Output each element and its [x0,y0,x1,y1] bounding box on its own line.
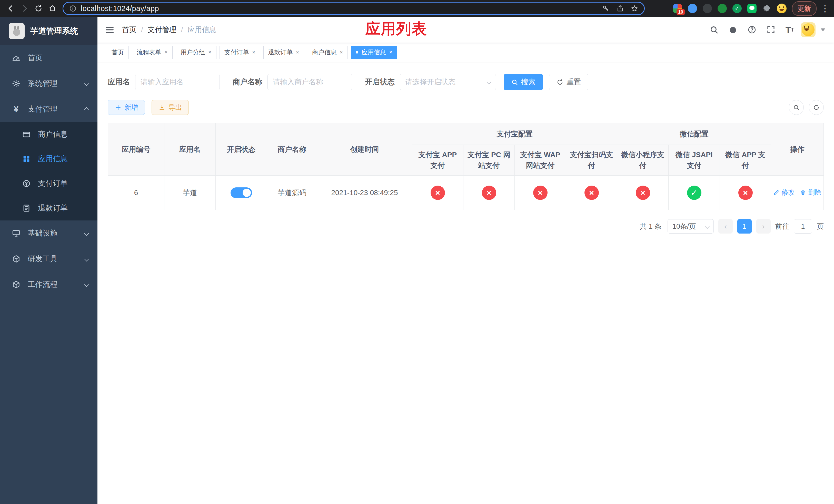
close-icon[interactable]: × [389,49,392,55]
search-button[interactable]: 搜索 [504,74,543,90]
forward-icon[interactable] [19,2,31,15]
goto-page-input[interactable] [794,219,812,233]
extension-colorful-icon[interactable]: 10 [672,3,683,14]
sidebar-item-label: 工作流程 [28,279,58,290]
cell-created: 2021-10-23 08:49:25 [317,176,412,210]
extension-green-icon[interactable] [717,3,728,14]
refresh-icon[interactable] [32,2,45,15]
prev-page-button[interactable]: ‹ [718,219,733,233]
search-button-label: 搜索 [521,77,535,87]
tab-app-info[interactable]: 应用信息 × [351,46,397,59]
fullscreen-icon[interactable] [763,17,779,43]
merchant-name-label: 商户名称 [233,77,262,87]
browser-chrome: localhost:1024/pay/app 10 ✓ 更新 ⋮ [0,0,834,17]
font-size-icon[interactable]: TT [782,17,798,43]
close-icon[interactable]: × [339,49,343,55]
extensions-puzzle-icon[interactable] [761,3,772,14]
hamburger-icon[interactable] [97,17,122,43]
close-icon[interactable]: × [296,49,299,55]
page-size-select[interactable]: 10条/页 [667,219,714,233]
help-icon[interactable] [744,17,760,43]
password-key-icon[interactable] [602,5,610,12]
x-icon: × [585,186,599,200]
sidebar-item-pay-orders[interactable]: 支付订单 [0,171,97,196]
app-name-input[interactable] [135,74,220,90]
extension-badge: 10 [677,9,685,15]
breadcrumb-payment[interactable]: 支付管理 [148,25,176,35]
extension-check-icon[interactable]: ✓ [731,3,743,14]
sidebar-item-refund-orders[interactable]: 退款订单 [0,196,97,221]
next-page-button[interactable]: › [756,219,771,233]
chrome-update-button[interactable]: 更新 [792,1,816,16]
address-bar[interactable]: localhost:1024/pay/app [63,2,645,15]
user-avatar[interactable] [801,22,815,37]
extension-blue-icon[interactable] [687,3,698,14]
delete-link-label: 删除 [808,188,821,197]
add-button[interactable]: 新增 [108,100,145,115]
github-icon[interactable] [725,17,741,43]
tab-merchant-info[interactable]: 商户信息 × [307,46,348,59]
sidebar-item-dev-tools[interactable]: 研发工具 [0,246,97,272]
chevron-down-icon [84,231,89,235]
sidebar-item-app-info[interactable]: 应用信息 [0,147,97,171]
sidebar-item-system[interactable]: 系统管理 [0,71,97,96]
credit-card-icon [22,130,31,139]
sidebar-item-workflow[interactable]: 工作流程 [0,272,97,297]
tab-home[interactable]: 首页 [107,46,129,59]
col-header-merchant: 商户名称 [267,123,317,176]
chevron-up-icon [84,107,89,112]
x-icon: × [482,186,496,200]
site-info-icon[interactable] [69,5,77,12]
sidebar-item-label: 研发工具 [28,254,58,264]
breadcrumb-home[interactable]: 首页 [122,25,136,35]
extension-wechat-icon[interactable] [746,3,758,14]
bookmark-star-icon[interactable] [631,5,638,12]
tab-process-form[interactable]: 流程表单 × [132,46,173,59]
col-header-alipay-pc: 支付宝 PC 网站支付 [463,145,515,176]
edit-link[interactable]: 修改 [773,188,795,197]
url-text[interactable]: localhost:1024/pay/app [81,4,595,13]
merchant-name-input[interactable] [267,74,352,90]
reset-button[interactable]: 重置 [549,74,588,90]
group-header-alipay: 支付宝配置 [412,123,617,145]
close-icon[interactable]: × [208,49,212,55]
tab-refund-orders[interactable]: 退款订单 × [263,46,304,59]
app-list-page: 应用名 商户名称 开启状态 请选择开启状态 搜索 重置 [97,62,834,504]
app-name-label: 应用名 [108,77,130,87]
sidebar-item-payment[interactable]: ¥ 支付管理 [0,96,97,122]
col-header-name: 应用名 [164,123,216,176]
tab-user-group[interactable]: 用户分组 × [176,46,216,59]
pagination-total: 共 1 条 [640,222,661,231]
avatar-caret-icon[interactable] [821,28,825,31]
sidebar-item-home[interactable]: 首页 [0,45,97,71]
page-number-1[interactable]: 1 [737,219,752,233]
close-icon[interactable]: × [252,49,256,55]
col-header-wx-mini: 微信小程序支付 [617,145,668,176]
sidebar-item-merchant-info[interactable]: 商户信息 [0,122,97,147]
tab-label: 用户分组 [180,48,205,56]
cell-wx-app: × [720,176,771,210]
x-icon: × [533,186,548,200]
chevron-down-icon [84,257,89,261]
edit-pen-icon [773,189,780,196]
page-size-value: 10条/页 [673,222,696,231]
status-toggle[interactable] [231,187,252,198]
payment-submenu: 商户信息 应用信息 支付订单 退款订单 [0,122,97,221]
share-icon[interactable] [616,5,624,12]
sidebar-item-infrastructure[interactable]: 基础设施 [0,221,97,246]
table-toolbar: 新增 导出 [108,100,824,115]
refresh-table-button[interactable] [809,100,824,115]
browser-profile-avatar[interactable] [776,3,787,14]
export-button[interactable]: 导出 [152,100,189,115]
toggle-search-button[interactable] [789,100,804,115]
search-icon[interactable] [706,17,722,43]
delete-link[interactable]: 删除 [800,188,821,197]
back-icon[interactable] [5,2,17,15]
pay-order-icon [22,179,31,188]
extension-dark-icon[interactable] [702,3,713,14]
close-icon[interactable]: × [164,49,168,55]
browser-menu-icon[interactable]: ⋮ [821,3,829,14]
home-icon[interactable] [46,2,59,15]
status-select[interactable]: 请选择开启状态 [400,74,496,90]
tab-pay-orders[interactable]: 支付订单 × [220,46,260,59]
